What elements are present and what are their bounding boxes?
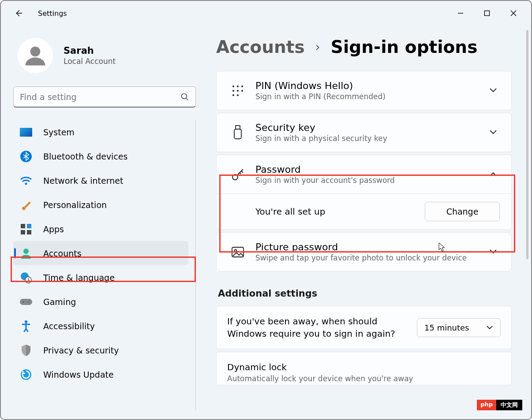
option-sub: Sign in with your account's password xyxy=(255,176,489,185)
additional-settings-heading: Additional settings xyxy=(218,288,512,299)
back-button[interactable] xyxy=(10,4,27,22)
option-password-header[interactable]: Password Sign in with your account's pas… xyxy=(217,155,511,193)
option-title: Security key xyxy=(255,122,489,133)
clock-globe-icon xyxy=(19,271,33,284)
usb-key-icon xyxy=(228,125,247,140)
sidebar-item-label: Network & internet xyxy=(43,176,123,186)
sidebar-item-label: Gaming xyxy=(43,297,76,307)
option-picture-password-header[interactable]: Picture password Swipe and tap your favo… xyxy=(217,233,511,271)
update-icon xyxy=(19,368,33,381)
person-icon xyxy=(19,247,33,260)
key-icon xyxy=(228,167,247,182)
wifi-icon xyxy=(19,174,33,187)
svg-rect-11 xyxy=(21,224,25,228)
titlebar: Settings xyxy=(1,1,531,26)
display-icon xyxy=(19,126,33,139)
sidebar-item-label: Bluetooth & devices xyxy=(43,152,127,161)
away-signin-select[interactable]: 15 minutes xyxy=(417,318,501,337)
svg-point-15 xyxy=(23,249,29,254)
svg-point-5 xyxy=(182,93,187,99)
sidebar-item-accessibility[interactable]: Accessibility xyxy=(13,314,188,338)
svg-point-19 xyxy=(22,301,24,303)
page-title: Sign-in options xyxy=(331,37,478,57)
sidebar-item-label: Accounts xyxy=(43,249,82,258)
svg-point-10 xyxy=(25,182,27,185)
option-pin: PIN (Windows Hello) Sign in with a PIN (… xyxy=(216,71,512,110)
keypad-icon xyxy=(228,85,247,97)
minimize-button[interactable] xyxy=(447,4,474,22)
sidebar-item-apps[interactable]: Apps xyxy=(13,217,188,241)
breadcrumb: Accounts › Sign-in options xyxy=(216,37,512,57)
sidebar-item-gaming[interactable]: Gaming xyxy=(13,290,188,314)
sidebar-item-label: Time & language xyxy=(43,273,115,282)
svg-rect-31 xyxy=(236,126,240,129)
profile-account-type: Local Account xyxy=(64,57,116,66)
option-sub: Sign in with a physical security key xyxy=(255,134,489,143)
sidebar-item-bluetooth[interactable]: Bluetooth & devices xyxy=(13,144,188,168)
chevron-up-icon xyxy=(489,170,500,178)
option-security-key: Security key Sign in with a physical sec… xyxy=(216,113,512,152)
svg-point-24 xyxy=(237,85,239,87)
sidebar-item-label: Windows Update xyxy=(43,370,114,379)
chevron-down-icon xyxy=(486,325,493,330)
breadcrumb-parent[interactable]: Accounts xyxy=(216,37,305,57)
option-title: PIN (Windows Hello) xyxy=(255,80,489,91)
dynamic-lock-sub: Automatically lock your device when you'… xyxy=(227,374,501,383)
sidebar-item-system[interactable]: System xyxy=(13,120,188,144)
sidebar-item-privacy[interactable]: Privacy & security xyxy=(13,338,188,362)
svg-point-29 xyxy=(232,94,234,96)
setting-dynamic-lock[interactable]: Dynamic lock Automatically lock your dev… xyxy=(216,352,512,385)
sidebar-item-time-language[interactable]: Time & language xyxy=(13,265,188,290)
chevron-right-icon: › xyxy=(315,40,320,54)
sidebar-item-label: Accessibility xyxy=(43,321,95,331)
bluetooth-icon xyxy=(19,150,33,163)
sidebar-item-label: Personalization xyxy=(43,200,107,210)
svg-point-21 xyxy=(25,320,27,323)
svg-point-27 xyxy=(237,90,239,92)
option-picture-password: Picture password Swipe and tap your favo… xyxy=(216,232,512,271)
option-pin-header[interactable]: PIN (Windows Hello) Sign in with a PIN (… xyxy=(217,71,511,110)
sidebar-item-network[interactable]: Network & internet xyxy=(13,168,188,193)
option-sub: Sign in with a PIN (Recommended) xyxy=(255,92,489,101)
option-title: Picture password xyxy=(255,242,489,253)
accessibility-icon xyxy=(19,320,33,333)
sidebar-item-label: Privacy & security xyxy=(43,346,119,355)
svg-rect-13 xyxy=(21,230,25,234)
svg-point-35 xyxy=(235,249,237,252)
svg-point-25 xyxy=(241,85,243,87)
option-password-body: You're all set up Change xyxy=(217,193,511,229)
shield-icon xyxy=(19,344,33,357)
settings-window: Settings Sarah Local Account xyxy=(0,0,532,420)
sidebar-item-accounts[interactable]: Accounts xyxy=(13,241,188,265)
option-security-key-header[interactable]: Security key Sign in with a physical sec… xyxy=(217,113,511,152)
svg-line-6 xyxy=(186,98,188,100)
svg-rect-8 xyxy=(20,128,32,137)
svg-point-28 xyxy=(241,90,243,92)
option-sub: Swipe and tap your favorite photo to unl… xyxy=(255,253,489,262)
chevron-down-icon xyxy=(489,128,500,137)
svg-rect-12 xyxy=(27,224,31,228)
sidebar-item-windows-update[interactable]: Windows Update xyxy=(13,362,188,387)
sidebar-item-label: Apps xyxy=(43,224,64,234)
sidebar-item-personalization[interactable]: Personalization xyxy=(13,193,188,217)
search-icon xyxy=(180,93,189,101)
image-icon xyxy=(228,246,247,258)
search-input[interactable] xyxy=(20,92,180,102)
close-button[interactable] xyxy=(500,4,527,22)
change-password-button[interactable]: Change xyxy=(425,202,500,221)
gamepad-icon xyxy=(19,295,33,308)
paintbrush-icon xyxy=(19,198,33,212)
setting-away-text: If you've been away, when should Windows… xyxy=(227,315,412,340)
maximize-button[interactable] xyxy=(474,4,500,22)
search-box[interactable] xyxy=(13,86,196,108)
svg-point-4 xyxy=(30,47,41,57)
watermark: php 中文网 xyxy=(477,400,522,410)
profile[interactable]: Sarah Local Account xyxy=(13,34,196,83)
option-title: Password xyxy=(255,164,489,175)
password-status: You're all set up xyxy=(255,206,425,217)
away-signin-value: 15 minutes xyxy=(424,323,469,332)
chevron-down-icon xyxy=(489,248,500,256)
nav: System Bluetooth & devices Network & int… xyxy=(13,120,196,410)
option-password: Password Sign in with your account's pas… xyxy=(216,155,512,230)
svg-point-23 xyxy=(232,85,234,87)
